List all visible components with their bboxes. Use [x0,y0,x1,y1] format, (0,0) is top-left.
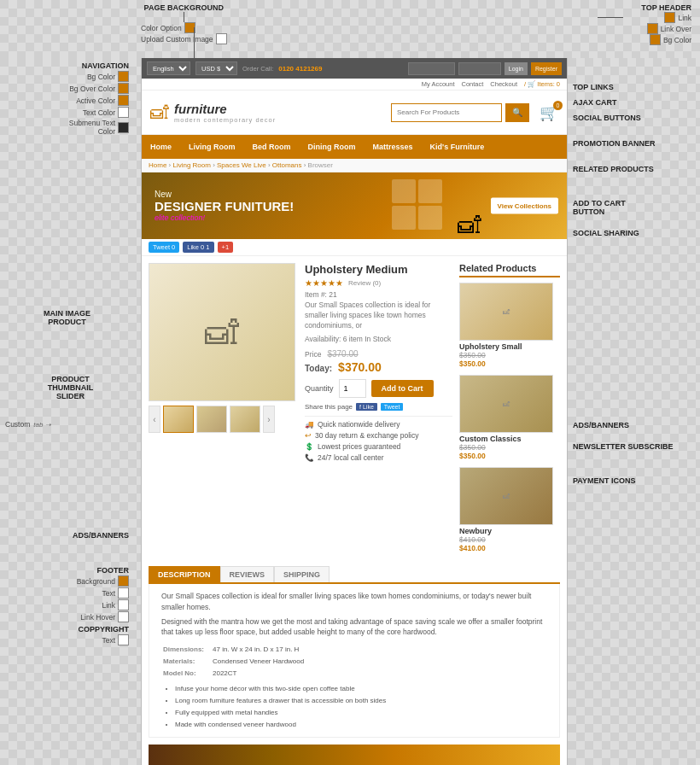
product-price-row: Price $370.00 [305,348,452,359]
right-add-to-cart: ADD TO CARTBUTTON [573,199,695,216]
username-input[interactable] [408,62,455,75]
search-container: 🔍 🛒 0 [391,103,558,122]
qty-input[interactable] [339,379,366,398]
cart-count-link[interactable]: / 🛒 Items: 0 [524,80,560,88]
ads-banner: GREAT RANGE OF EXCLUSIVE FURNITURE PACKA… [149,745,560,765]
product-today-label: Today: [305,364,332,373]
desc-details: Designed with the mantra how we get the … [161,616,547,639]
product-title: Upholstery Medium [305,263,452,276]
desc-specs-table: Dimensions: 47 in. W x 24 in. D x 17 in.… [161,643,306,680]
bullet-3: Fully equipped with metal handles [175,708,547,718]
desc-bullets: Infuse your home décor with this two-sid… [175,684,547,730]
nav-mattresses[interactable]: Mattresses [365,135,422,159]
color-option-label: Color Option [141,24,182,32]
bullet-4: Made with condensed veneer hardwood [175,720,547,730]
ajax-cart-label: AJAX CART [573,98,695,107]
footer-text-swatch[interactable] [118,587,129,599]
nav-bg-over-swatch[interactable] [118,83,129,94]
ads-group: ADS/BANNERS [5,531,136,540]
footer-bg-swatch[interactable] [118,575,129,587]
nav-home[interactable]: Home [142,135,180,159]
breadcrumb-spaces[interactable]: Spaces We Live [217,161,266,169]
thumb-1[interactable] [163,406,194,433]
bullet-2: Long room furniture features a drawer th… [175,696,547,706]
breadcrumb-home[interactable]: Home [149,161,166,169]
product-price-old: $370.00 [327,349,358,359]
related-item-1: 🛋 Upholstery Small $350.00 $350.00 [459,283,560,368]
top-header-link-label: Link [678,14,691,22]
search-input[interactable] [391,103,502,122]
currency-select[interactable]: USD $ [195,61,237,75]
desc-content: Our Small Spaces collection is ideal for… [149,584,560,738]
copyright-text-swatch[interactable] [118,634,129,645]
breadcrumb-living[interactable]: Living Room [172,161,210,169]
breadcrumb-ottomans[interactable]: Ottomans [272,161,302,169]
top-header-link-swatch[interactable] [664,12,675,23]
top-header-link-over-swatch[interactable] [647,23,658,34]
nav-living[interactable]: Living Room [180,135,244,159]
nav-submenu-swatch[interactable] [118,122,129,133]
nav-bed[interactable]: Bed Room [244,135,300,159]
nav-bg-color-swatch[interactable] [118,71,129,82]
tw-share-btn[interactable]: Tweet [381,403,404,411]
login-btn[interactable]: Login [505,62,528,75]
related-products-title: Related Products [459,263,560,277]
gplus-btn[interactable]: +1 [218,242,234,253]
thumb-prev-btn[interactable]: ‹ [149,406,160,433]
promo-pattern [392,179,447,230]
site-nav: Home Living Room Bed Room Dining Room Ma… [142,135,567,159]
nav-bg-color-label: Bg Color [87,73,115,81]
social-buttons-label: SOCIAL BUTTONS [573,114,695,122]
tab-reviews[interactable]: REVIEWS [220,566,275,582]
product-price-new: $370.00 [338,360,382,374]
product-qty-row: Quantity Add to Cart [305,379,452,398]
top-header-bg-swatch[interactable] [650,34,661,45]
add-to-cart-btn[interactable]: Add to Cart [371,380,434,397]
promo-view-btn[interactable]: View Collections [491,198,558,214]
phone-number: 0120 4121269 [278,65,322,73]
mat-value: Condensed Veneer Hardwood [213,657,304,667]
product-area: 🛋 ‹ › Upholstery Medium [142,256,567,566]
language-select[interactable]: English [147,61,190,75]
contact-link[interactable]: Contact [462,80,484,88]
right-top-links: TOP LINKS [573,83,695,91]
my-account-link[interactable]: My Account [422,80,455,88]
page-background-annotation: PAGE BACKGROUND Color Option Upload Cust… [141,3,227,44]
thumb-slider: ‹ › [149,406,298,433]
like-btn[interactable]: Like 0 1 [183,242,213,253]
footer-link-hover-swatch[interactable] [118,611,129,622]
product-review-link[interactable]: Review (0) [348,279,381,287]
checkout-link[interactable]: Checkout [490,80,517,88]
thumb-3[interactable] [230,406,260,433]
thumb-next-btn[interactable]: › [263,406,275,433]
tweet-btn[interactable]: Tweet 0 [149,242,179,253]
thumb-2[interactable] [196,406,227,433]
password-input[interactable] [458,62,501,75]
nav-text-swatch[interactable] [118,107,129,118]
nav-dining[interactable]: Dining Room [300,135,365,159]
register-btn[interactable]: Register [531,62,562,75]
related-products-col: Related Products 🛋 Upholstery Small $350… [459,263,560,559]
nav-active-swatch[interactable] [118,95,129,106]
nav-kids[interactable]: Kid's Furniture [422,135,493,159]
related-item-2: 🛋 Custom Classics $350.00 $350.00 [459,375,560,460]
top-header-link-row: Link [641,12,691,23]
fb-share-btn[interactable]: f Like [356,403,377,411]
tab-shipping[interactable]: SHIPPING [274,566,330,582]
footer-link-swatch[interactable] [118,599,129,610]
upload-custom-swatch[interactable] [216,33,227,44]
footer-bg-row: Background [5,575,136,587]
product-price-label: Price [305,350,321,359]
left-panel: NAVIGATION Bg Color Bg Over Color Active… [0,58,141,765]
navigation-label: NAVIGATION [5,61,136,70]
related-products-label: RELATED PRODUCTS [573,165,695,173]
right-social-buttons: SOCIAL BUTTONS [573,114,695,122]
related-img-1: 🛋 [459,283,553,341]
feature-returns: ↩ 30 day return & exchange policy [305,431,452,440]
bullet-1: Infuse your home décor with this two-sid… [175,684,547,694]
search-btn[interactable]: 🔍 [505,103,529,122]
cart-icon[interactable]: 🛒 0 [540,103,558,122]
related-price-new-1: $350.00 [459,359,560,368]
tab-description[interactable]: DESCRIPTION [149,566,220,582]
nav-spacer [5,138,136,309]
